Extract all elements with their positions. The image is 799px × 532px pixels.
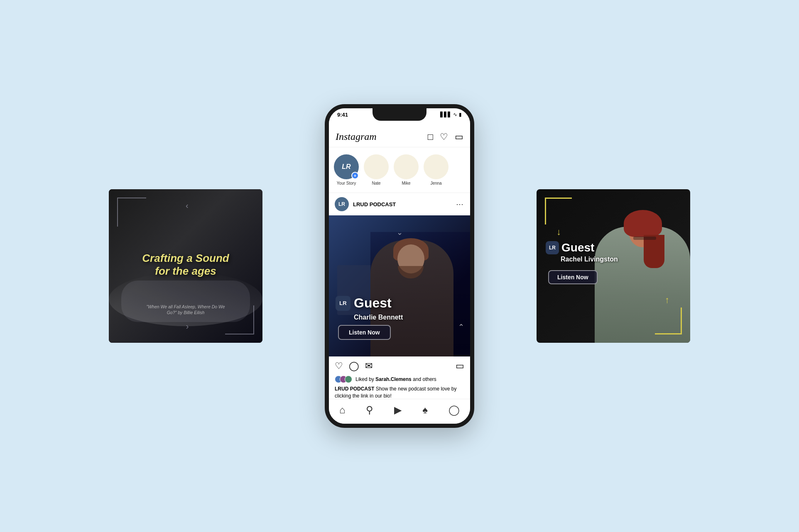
nate-label: Nate <box>372 181 380 185</box>
nav-shop-icon[interactable]: ♠ <box>422 404 428 416</box>
likes-text: Liked by Sarah.Clemens and others <box>355 376 436 382</box>
comment-button[interactable]: ◯ <box>349 361 359 371</box>
story-item-jenna[interactable]: Jenna <box>424 154 449 185</box>
instagram-header: Instagram □ ♡ ▭ <box>329 127 470 147</box>
right-arrow-down: ↓ <box>556 227 561 237</box>
right-frame-br <box>655 307 682 334</box>
post-container: LR LRUD PODCAST ⋯ ⌄ LR <box>329 193 470 403</box>
right-panel-bg: ↓ ↑ LR Guest Rachel Livingston Listen No… <box>537 189 690 343</box>
post-likes: Liked by Sarah.Clemens and others <box>329 376 470 385</box>
frame-tl <box>117 198 146 227</box>
nate-avatar <box>364 154 389 179</box>
right-guest-label: Guest <box>561 241 594 254</box>
status-icons: ▋▋▋ ∿ ▮ <box>440 112 462 117</box>
header-icons: □ ♡ ▭ <box>428 132 463 142</box>
instagram-logo: Instagram <box>336 131 377 142</box>
nav-search-icon[interactable]: ⚲ <box>366 404 373 416</box>
signal-icon: ▋▋▋ <box>440 112 451 117</box>
left-panel-title: Crafting a Sound for the ages <box>138 252 233 278</box>
post-lr-badge: LR Guest <box>336 295 392 311</box>
left-panel: ‹ › Crafting a Sound for the ages "When … <box>109 189 262 343</box>
jenna-label: Jenna <box>430 181 441 185</box>
post-listen-button[interactable]: Listen Now <box>338 325 391 340</box>
scroll-up-icon: ⌃ <box>458 322 464 332</box>
your-story-label: Your Story <box>337 181 356 185</box>
story-item-mike[interactable]: Mike <box>394 154 419 185</box>
jenna-avatar <box>424 154 449 179</box>
post-avatar: LR <box>335 197 349 211</box>
story-item-nate[interactable]: Nate <box>364 154 389 185</box>
your-story-avatar: LR + <box>334 154 359 179</box>
phone-mockup: 9:41 ▋▋▋ ∿ ▮ Instagram □ ♡ ▭ LR + <box>325 104 474 428</box>
right-arrow-up: ↑ <box>665 295 669 305</box>
post-guest-name: Charlie Bennett <box>354 314 403 321</box>
right-listen-button[interactable]: Listen Now <box>548 270 598 284</box>
messenger-icon[interactable]: ▭ <box>455 132 463 142</box>
nav-reels-icon[interactable]: ▶ <box>394 404 402 416</box>
right-guest-name: Rachel Livingston <box>561 256 618 263</box>
nav-home-icon[interactable]: ⌂ <box>339 404 346 416</box>
status-time: 9:41 <box>337 112 348 118</box>
frame-br <box>225 305 254 334</box>
like-avatar-3 <box>345 376 352 383</box>
post-header-left: LR LRUD PODCAST <box>335 197 396 211</box>
post-header: LR LRUD PODCAST ⋯ <box>329 193 470 215</box>
post-guest-text: Guest <box>354 295 392 311</box>
battery-icon: ▮ <box>459 112 462 117</box>
right-guest-header: LR Guest <box>546 241 594 254</box>
lr-logo-right: LR <box>546 241 559 254</box>
wifi-icon: ∿ <box>453 112 457 117</box>
scroll-down-icon: ⌄ <box>397 228 403 237</box>
caption-username: LRUD PODCAST <box>335 386 374 392</box>
mike-avatar <box>394 154 419 179</box>
heart-icon[interactable]: ♡ <box>440 132 448 142</box>
lr-story-logo: LR <box>342 163 350 171</box>
left-panel-bg: ‹ › Crafting a Sound for the ages "When … <box>109 189 262 343</box>
left-panel-subtitle: "When We all Fall Asleep, Where Do We Go… <box>146 304 225 316</box>
story-item-your-story[interactable]: LR + Your Story <box>334 154 359 185</box>
lr-badge-post: LR <box>336 296 350 311</box>
story-plus-icon: + <box>351 172 359 179</box>
post-actions-left: ♡ ◯ ✉ <box>335 361 373 371</box>
add-icon[interactable]: □ <box>428 132 433 142</box>
right-frame-tl <box>545 198 572 225</box>
bookmark-button[interactable]: ▭ <box>456 361 464 371</box>
post-username: LRUD PODCAST <box>353 201 396 207</box>
right-panel: ↓ ↑ LR Guest Rachel Livingston Listen No… <box>537 189 690 343</box>
arrow-right-bottom: › <box>186 322 189 331</box>
post-actions: ♡ ◯ ✉ ▭ <box>329 356 470 376</box>
likes-username: Sarah.Clemens <box>375 376 412 382</box>
nav-profile-icon[interactable]: ◯ <box>449 404 460 416</box>
post-image: ⌄ LR Guest Charlie Bennett Listen Now ⌃ <box>329 215 470 356</box>
share-button[interactable]: ✉ <box>365 361 373 371</box>
phone-notch <box>373 108 426 121</box>
like-avatars <box>335 376 352 383</box>
arrow-left-top: ‹ <box>186 201 189 210</box>
bottom-nav: ⌂ ⚲ ▶ ♠ ◯ <box>329 399 470 424</box>
likes-prefix: Liked by <box>355 376 374 382</box>
like-button[interactable]: ♡ <box>335 361 343 371</box>
post-more-button[interactable]: ⋯ <box>456 200 464 209</box>
likes-others: and others <box>413 376 436 382</box>
scene: ‹ › Crafting a Sound for the ages "When … <box>109 38 690 494</box>
stories-row: LR + Your Story Nate Mike Jenna <box>329 147 470 193</box>
mike-label: Mike <box>402 181 410 185</box>
